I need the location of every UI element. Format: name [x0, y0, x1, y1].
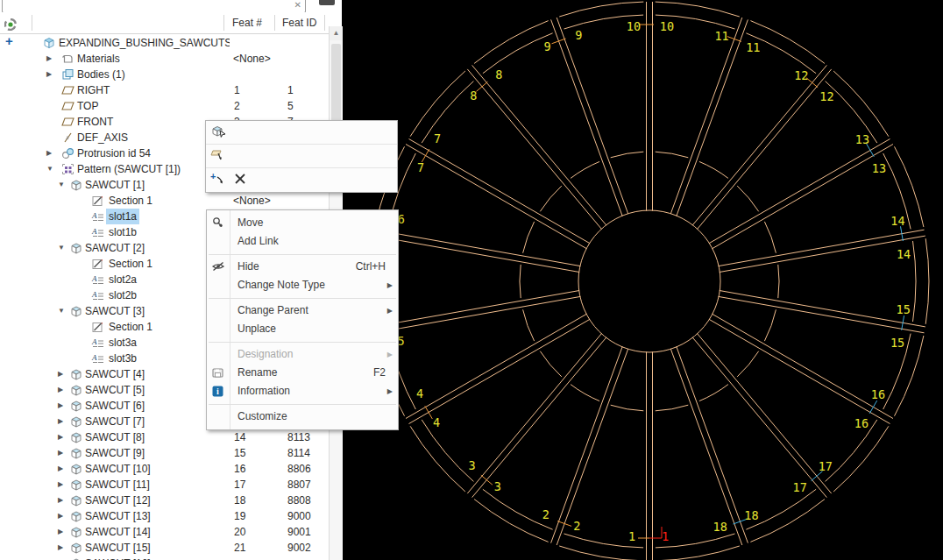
add-leader-icon[interactable]: + — [210, 172, 228, 188]
tree-item-label[interactable]: slot3a — [109, 335, 137, 351]
tree-search-input[interactable]: ✕ — [2, 0, 306, 13]
expand-arrow-icon[interactable]: ▶ — [58, 461, 63, 477]
slot-note-6b[interactable]: 6 — [398, 212, 405, 226]
edit-definition-icon[interactable] — [210, 124, 228, 140]
slot-note-2b[interactable]: 2 — [542, 507, 549, 521]
tree-row[interactable]: ▶SAWCUT [14]209001 — [0, 524, 328, 540]
tree-row[interactable]: RIGHT11 — [0, 82, 328, 98]
expand-arrow-icon[interactable]: ▶ — [58, 493, 63, 508]
scroll-up-icon[interactable]: ▲ — [330, 26, 343, 40]
tree-item-label[interactable]: RIGHT — [77, 82, 110, 98]
slot-note-18b[interactable]: 18 — [713, 520, 727, 534]
slot-note-4a[interactable]: 4 — [433, 415, 440, 429]
slot-note-8a[interactable]: 8 — [470, 89, 477, 103]
tree-item-label[interactable]: SAWCUT [5] — [85, 382, 145, 398]
tree-row[interactable]: TOP25 — [0, 98, 328, 114]
collapse-arrow-icon[interactable]: ▼ — [58, 240, 65, 256]
tree-item-label[interactable]: Pattern (SAWCUT [1]) — [77, 161, 181, 177]
tree-item-label[interactable]: SAWCUT [2] — [85, 240, 145, 256]
tree-item-label[interactable]: SAWCUT [1] — [85, 177, 145, 193]
expand-arrow-icon[interactable]: ▶ — [58, 477, 63, 493]
slot-note-7b[interactable]: 7 — [434, 131, 441, 145]
tree-item-label[interactable]: slot3b — [109, 351, 137, 366]
tree-row[interactable]: ▶SAWCUT [13]199000 — [0, 508, 328, 524]
slot-note-10a[interactable]: 10 — [627, 19, 641, 33]
tree-row[interactable]: ▶Bodies (1) — [0, 67, 328, 82]
menu-item-rename[interactable]: RenameF2 — [207, 364, 398, 382]
tree-item-label[interactable]: SAWCUT [4] — [85, 366, 145, 382]
expand-arrow-icon[interactable]: ▶ — [58, 524, 63, 540]
feat-num-column-header[interactable]: Feat # — [232, 17, 262, 29]
menu-item-add-link[interactable]: Add Link — [207, 232, 398, 251]
slot-note-17b[interactable]: 17 — [793, 480, 807, 494]
expand-arrow-icon[interactable]: ▶ — [46, 67, 52, 82]
menu-item-change-parent[interactable]: Change Parent▶ — [207, 301, 398, 320]
tree-row[interactable]: ▶SAWCUT [12]188808 — [0, 493, 328, 508]
tree-settings-icon[interactable] — [4, 18, 17, 31]
tree-item-label[interactable]: SAWCUT [14] — [85, 524, 151, 540]
slot-note-14b[interactable]: 14 — [897, 247, 911, 261]
tree-item-label[interactable]: Section 1 — [109, 256, 152, 272]
expand-arrow-icon[interactable]: ▶ — [58, 398, 63, 414]
slot-note-17a[interactable]: 17 — [819, 459, 833, 473]
slot-note-13a[interactable]: 13 — [855, 132, 869, 146]
tree-row[interactable]: ▶SAWCUT [8]148113 — [0, 429, 328, 445]
tree-row[interactable]: ▶Materials<None> — [0, 51, 328, 67]
slot-note-8b[interactable]: 8 — [495, 67, 502, 82]
cad-viewport[interactable]: 1122334455667788991010111112121313141415… — [342, 0, 943, 560]
slot-note-3a[interactable]: 3 — [494, 479, 501, 493]
scrollbar-thumb[interactable] — [331, 44, 341, 128]
tree-item-label[interactable]: slot1b — [109, 224, 137, 240]
delete-icon[interactable] — [233, 172, 251, 188]
slot-note-11a[interactable]: 11 — [714, 29, 728, 43]
tree-item-label[interactable]: SAWCUT [16] — [85, 556, 151, 560]
tree-item-label[interactable]: FRONT — [77, 114, 113, 130]
expand-arrow-icon[interactable]: ▶ — [58, 366, 63, 382]
expand-arrow-icon[interactable]: ▶ — [58, 445, 63, 461]
tree-item-label[interactable]: slot2b — [109, 287, 137, 303]
slot-note-2a[interactable]: 2 — [573, 519, 580, 533]
tree-item-label[interactable]: SAWCUT [6] — [85, 398, 145, 414]
slot-note-7a[interactable]: 7 — [417, 160, 424, 174]
collapse-arrow-icon[interactable]: ▼ — [46, 161, 53, 177]
edit-attachment-icon[interactable] — [210, 148, 228, 164]
viewport-background[interactable] — [342, 0, 943, 560]
tree-row[interactable]: ▶SAWCUT [11]178807 — [0, 477, 328, 493]
tree-item-label[interactable]: EXPANDING_BUSHING_SAWCUTS_GP.P — [59, 35, 230, 51]
tree-item-label[interactable]: SAWCUT [9] — [85, 445, 145, 461]
slot-note-3b[interactable]: 3 — [469, 458, 476, 472]
tree-item-label[interactable]: Section 1 — [109, 193, 152, 209]
slot-note-15b[interactable]: 15 — [890, 336, 904, 350]
expand-arrow-icon[interactable]: ▶ — [58, 508, 63, 524]
tree-item-label[interactable]: slot2a — [109, 272, 137, 287]
slot-note-14a[interactable]: 14 — [890, 214, 904, 228]
menu-item-unplace[interactable]: Unplace — [207, 320, 398, 338]
tree-item-label[interactable]: SAWCUT [7] — [85, 414, 145, 429]
search-clear-icon[interactable]: ✕ — [294, 1, 301, 10]
tree-item-label[interactable]: DEF_AXIS — [77, 130, 128, 145]
tree-item-label[interactable]: Materials — [77, 51, 120, 67]
expand-arrow-icon[interactable]: ▶ — [58, 556, 63, 560]
slot-note-10b[interactable]: 10 — [660, 19, 674, 33]
slot-note-9b[interactable]: 9 — [575, 28, 582, 42]
collapse-arrow-icon[interactable]: ▼ — [58, 177, 65, 193]
tree-row[interactable]: ▶SAWCUT [10]168806 — [0, 461, 328, 477]
menu-item-hide[interactable]: HideCtrl+H — [207, 258, 398, 276]
slot-note-1b[interactable]: 1 — [628, 529, 635, 543]
slot-note-15a[interactable]: 15 — [897, 302, 911, 316]
slot-note-1a[interactable]: 1 — [662, 529, 669, 543]
menu-item-change-note-type[interactable]: Change Note Type▶ — [207, 276, 398, 294]
tree-item-label[interactable]: SAWCUT [13] — [85, 508, 151, 524]
tree-item-label[interactable]: SAWCUT [11] — [85, 477, 150, 493]
tree-item-label[interactable]: SAWCUT [12] — [85, 493, 151, 508]
slot-note-16a[interactable]: 16 — [871, 387, 885, 401]
slot-note-16b[interactable]: 16 — [854, 416, 869, 430]
tree-item-label[interactable]: Bodies (1) — [77, 67, 125, 82]
feat-id-column-header[interactable]: Feat ID — [282, 17, 316, 29]
collapse-arrow-icon[interactable]: ▼ — [58, 303, 65, 319]
menu-item-information[interactable]: iInformation▶ — [207, 382, 398, 401]
tree-row[interactable]: ▶SAWCUT [15]219002 — [0, 540, 328, 556]
tree-item-label[interactable]: SAWCUT [3] — [85, 303, 145, 319]
slot-note-12b[interactable]: 12 — [819, 89, 833, 103]
slot-note-11b[interactable]: 11 — [746, 40, 760, 54]
